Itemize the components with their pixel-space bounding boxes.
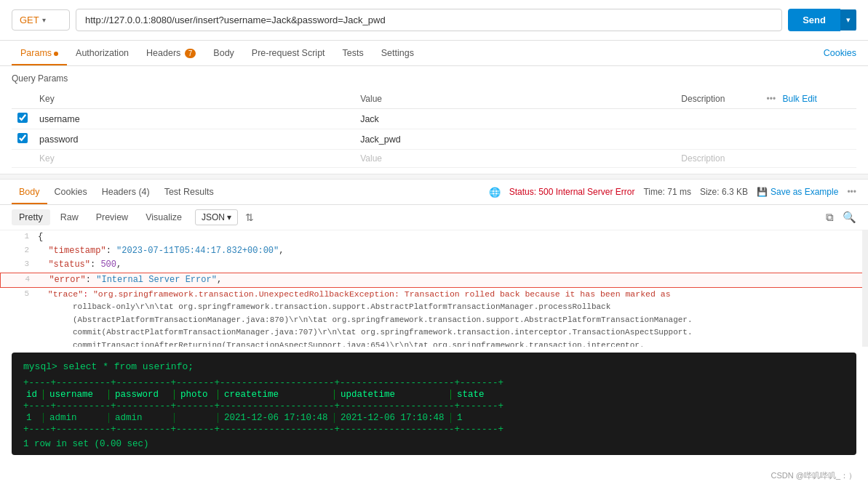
empty-value[interactable]: Value xyxy=(354,150,675,168)
empty-key[interactable]: Key xyxy=(33,150,354,168)
response-tabs-row: Body Cookies Headers (4) Test Results 🌐 … xyxy=(0,180,868,205)
params-table: Key Value Description ••• Bulk Edit user… xyxy=(12,89,856,168)
row1-checkbox-cell xyxy=(12,109,33,129)
mysql-border-mid: +----+----------+----------+-------+----… xyxy=(12,401,856,411)
mysql-cell-updatetime: 2021-12-06 17:10:48 xyxy=(335,413,451,423)
method-select[interactable]: GET ▾ xyxy=(12,9,70,31)
copy-icon[interactable]: ⧉ xyxy=(826,211,834,224)
json-line-trace-1: rollback-only\r\n\tat org.springframewor… xyxy=(0,301,868,314)
mysql-border-bottom: +----+----------+----------+-------+----… xyxy=(12,424,856,435)
tab-body[interactable]: Body xyxy=(204,41,243,65)
tab-headers[interactable]: Headers 7 xyxy=(138,41,204,65)
save-example-link[interactable]: 💾 Save as Example xyxy=(757,187,838,197)
mysql-col-username: username xyxy=(44,390,109,400)
mysql-cell-createtime: 2021-12-06 17:10:48 xyxy=(218,413,335,423)
json-line-trace-2: (AbstractPlatformTransactionManager.java… xyxy=(0,314,868,327)
tab-settings[interactable]: Settings xyxy=(373,41,423,65)
key-col-header: Key xyxy=(33,89,354,109)
request-tabs: Params Authorization Headers 7 Body Pre-… xyxy=(0,41,868,66)
mysql-col-updatetime: updatetime xyxy=(335,390,451,400)
row1-actions xyxy=(761,109,856,129)
more-options-icon[interactable]: ••• xyxy=(847,187,856,197)
format-raw-btn[interactable]: Raw xyxy=(53,209,86,225)
mysql-cell-password: admin xyxy=(109,413,175,423)
url-input[interactable] xyxy=(76,9,782,31)
row1-key[interactable]: username xyxy=(33,109,354,129)
send-button[interactable]: Send xyxy=(788,9,840,31)
json-line-1: 1 { xyxy=(0,230,868,244)
watermark: CSDN @哔叽哔叽_：） xyxy=(771,470,856,481)
response-tab-body[interactable]: Body xyxy=(12,180,47,204)
tab-pre-request[interactable]: Pre-request Script xyxy=(243,41,334,65)
mysql-col-createtime: createtime xyxy=(218,390,335,400)
response-tab-headers[interactable]: Headers (4) xyxy=(95,180,157,204)
mysql-cell-state: 1 xyxy=(451,413,487,423)
mysql-cell-id: 1 xyxy=(23,413,44,423)
format-visualize-btn[interactable]: Visualize xyxy=(138,209,189,225)
params-section: Query Params Key Value Description ••• B… xyxy=(0,66,868,168)
search-icon[interactable]: 🔍 xyxy=(843,211,856,224)
section-divider xyxy=(0,174,868,180)
desc-col-header: Description xyxy=(675,89,760,109)
json-type-select[interactable]: JSON ▾ xyxy=(195,209,238,225)
filter-icon[interactable]: ⇅ xyxy=(245,212,254,223)
mysql-col-state: state xyxy=(451,390,490,400)
empty-desc[interactable]: Description xyxy=(675,150,760,168)
chevron-down-icon: ▾ xyxy=(227,212,231,222)
more-icon[interactable]: ••• xyxy=(767,94,776,104)
send-dropdown-button[interactable]: ▾ xyxy=(840,9,856,31)
mysql-cell-photo xyxy=(175,413,218,423)
row1-desc[interactable] xyxy=(675,109,760,129)
mysql-cell-username: admin xyxy=(44,413,109,423)
mysql-col-id: id xyxy=(23,390,44,400)
row2-key[interactable]: password xyxy=(33,129,354,150)
mysql-col-photo: photo xyxy=(175,390,218,400)
row1-value[interactable]: Jack xyxy=(354,109,675,129)
mysql-col-password: password xyxy=(109,390,175,400)
row2-actions xyxy=(761,129,856,150)
headers-badge: 7 xyxy=(185,49,196,58)
json-line-trace-3: commit(AbstractPlatformTransactionManage… xyxy=(0,326,868,339)
mysql-result: 1 row in set (0.00 sec) xyxy=(12,435,856,449)
method-label: GET xyxy=(20,15,39,25)
format-pretty-btn[interactable]: Pretty xyxy=(12,209,50,225)
checkbox-col-header xyxy=(12,89,33,109)
save-icon: 💾 xyxy=(757,187,768,197)
scrollbar[interactable] xyxy=(862,230,868,347)
table-row: password Jack_pwd xyxy=(12,129,856,150)
mysql-header-row: id username password photo createtime up… xyxy=(12,388,856,401)
format-preview-btn[interactable]: Preview xyxy=(89,209,135,225)
cookies-link[interactable]: Cookies xyxy=(824,48,856,58)
params-dot xyxy=(54,52,58,56)
mysql-command: mysql> select * from userinfo; xyxy=(12,361,856,378)
chevron-down-icon: ▾ xyxy=(42,16,46,24)
mysql-terminal: mysql> select * from userinfo; +----+---… xyxy=(12,353,856,455)
json-line-3: 3 "status": 500, xyxy=(0,258,868,272)
json-line-5: 5 "trace": "org.springframework.transact… xyxy=(0,288,868,301)
tab-params[interactable]: Params xyxy=(12,41,67,65)
response-status-bar: 🌐 Status: 500 Internal Server Error Time… xyxy=(489,187,856,198)
url-bar: GET ▾ Send ▾ xyxy=(0,0,868,41)
send-button-group: Send ▾ xyxy=(788,9,856,31)
row1-checkbox[interactable] xyxy=(17,113,28,123)
bulk-edit-header: ••• Bulk Edit xyxy=(761,89,856,109)
response-tab-test-results[interactable]: Test Results xyxy=(157,180,221,204)
table-row: username Jack xyxy=(12,109,856,129)
response-tab-cookies[interactable]: Cookies xyxy=(47,180,95,204)
globe-icon: 🌐 xyxy=(489,187,501,198)
row2-checkbox-cell xyxy=(12,129,33,150)
row2-desc[interactable] xyxy=(675,129,760,150)
json-line-4: 4 "error": "Internal Server Error", xyxy=(0,273,868,288)
row2-value[interactable]: Jack_pwd xyxy=(354,129,675,150)
json-line-2: 2 "timestamp": "2023-07-11T05:44:17.832+… xyxy=(0,244,868,258)
response-section: Body Cookies Headers (4) Test Results 🌐 … xyxy=(0,180,868,347)
row2-checkbox[interactable] xyxy=(17,133,28,143)
mysql-border-top: +----+----------+----------+-------+----… xyxy=(12,378,856,388)
json-body: 1 { 2 "timestamp": "2023-07-11T05:44:17.… xyxy=(0,230,868,347)
status-code: Status: 500 Internal Server Error xyxy=(509,187,635,197)
tab-tests[interactable]: Tests xyxy=(334,41,373,65)
tab-authorization[interactable]: Authorization xyxy=(67,41,138,65)
value-col-header: Value xyxy=(354,89,675,109)
params-title: Query Params xyxy=(12,73,856,84)
response-time: Time: 71 ms xyxy=(643,187,691,197)
